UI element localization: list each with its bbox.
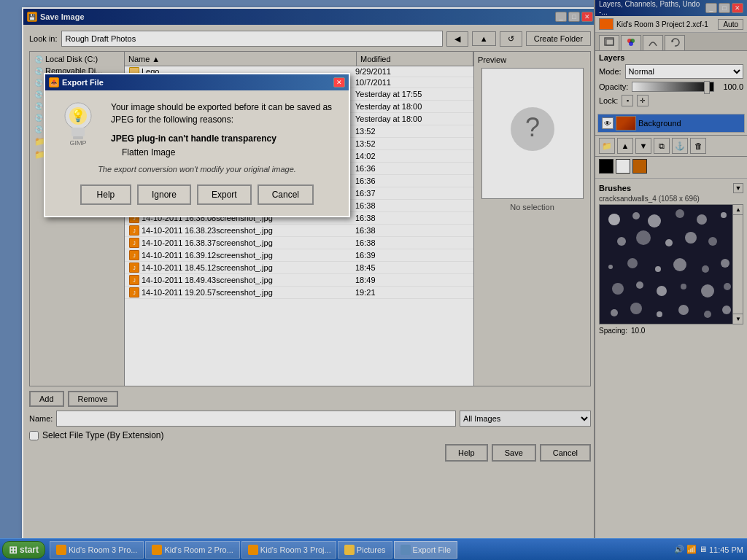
export-ignore-button[interactable]: Ignore [137,184,191,205]
export-lightbulb-icon: 💡 GIMP [56,101,100,145]
export-text-area: Your image should be exported before it … [111,101,338,158]
export-titlebar-left: 📤 Export File [49,77,104,88]
export-dialog: 📤 Export File ✕ 💡 GIMP Yo [44,73,350,217]
export-buttons: Help Ignore Export Cancel [56,184,338,205]
export-export-button[interactable]: Export [197,184,252,205]
export-bold-text: JPEG plug-in can't handle transparency [111,133,338,144]
export-cancel-button[interactable]: Cancel [258,184,314,205]
export-note-text: The export conversion won't modify your … [56,165,338,174]
export-dialog-overlay: 📤 Export File ✕ 💡 GIMP Yo [0,0,747,560]
export-dialog-title: Export File [62,78,104,87]
export-sub-text: Flatten Image [122,147,338,158]
export-titlebar: 📤 Export File ✕ [45,74,349,90]
export-content: 💡 GIMP Your image should be exported bef… [45,90,349,216]
export-help-button[interactable]: Help [80,184,131,205]
svg-text:GIMP: GIMP [69,139,86,147]
svg-rect-3 [71,128,85,136]
export-dialog-icon: 📤 [49,77,59,88]
export-main-text: Your image should be exported before it … [111,101,338,126]
export-top: 💡 GIMP Your image should be exported bef… [56,101,338,158]
svg-text:💡: 💡 [71,109,85,122]
export-close-button[interactable]: ✕ [333,77,345,88]
